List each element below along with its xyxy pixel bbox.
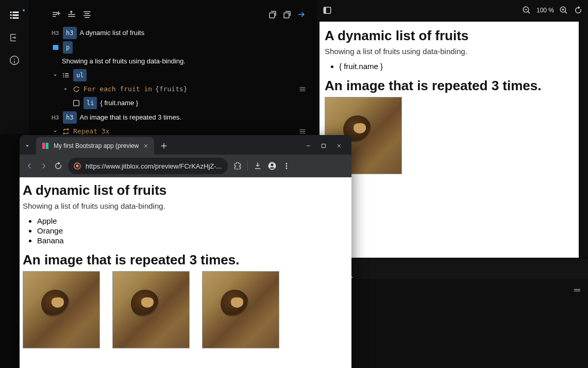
- heading-level-label: H3: [52, 27, 59, 39]
- image-row: [23, 271, 348, 348]
- tag-badge: p: [63, 41, 73, 54]
- active-indicator: [23, 9, 25, 11]
- tree-row-ul[interactable]: ul: [52, 68, 312, 82]
- plus-icon[interactable]: [159, 141, 169, 150]
- zoom-out-icon[interactable]: [522, 6, 531, 15]
- list-item: Orange: [37, 226, 348, 235]
- tree-text: An image that is repeated 3 times.: [80, 112, 181, 123]
- lion-image: [23, 271, 100, 348]
- add-above-icon[interactable]: [67, 10, 76, 19]
- chevron-down-icon[interactable]: [62, 86, 69, 93]
- preview-panel: 100 % A dynamic list of fruits Showing a…: [317, 0, 588, 258]
- address-bar[interactable]: https://www.jitblox.com/preview/FCrKAzHj…: [68, 158, 228, 174]
- repeat-icon: [62, 127, 70, 136]
- loop-collection: {fruits}: [155, 83, 188, 95]
- zoom-in-icon[interactable]: [559, 6, 568, 15]
- svg-rect-14: [42, 143, 45, 149]
- preview-list: { fruit.name }: [325, 62, 574, 71]
- svg-rect-6: [65, 77, 69, 77]
- editor-toolbar-right: [268, 7, 306, 22]
- drag-handle-icon[interactable]: [573, 286, 582, 295]
- tag-badge: h3: [63, 111, 76, 124]
- close-icon[interactable]: [143, 143, 149, 149]
- svg-rect-4: [65, 75, 69, 75]
- svg-point-21: [271, 163, 273, 166]
- profile-icon[interactable]: [267, 161, 277, 171]
- browser-window: My first Bootstrap app (preview https://…: [20, 135, 351, 368]
- maximize-icon[interactable]: [321, 143, 327, 149]
- menu-icon[interactable]: [298, 127, 307, 136]
- page-heading-2: An image that is repeated 3 times.: [23, 252, 348, 268]
- panel-icon[interactable]: [323, 6, 332, 15]
- page-paragraph: Showing a list of fruits using data-bind…: [23, 202, 348, 210]
- list-item: Apple: [37, 216, 348, 225]
- chevron-down-icon[interactable]: [24, 142, 31, 149]
- li-binding-text: { fruit.name }: [100, 97, 138, 109]
- zoom-level: 100 %: [536, 7, 554, 14]
- svg-point-19: [76, 164, 78, 167]
- svg-rect-17: [322, 144, 326, 148]
- checkbox-icon: [72, 99, 80, 107]
- svg-point-24: [286, 168, 288, 169]
- refresh-icon[interactable]: [574, 6, 583, 15]
- window-controls: [305, 143, 347, 149]
- tree-row-p[interactable]: p: [52, 40, 312, 55]
- lion-image: [112, 271, 190, 348]
- reload-icon[interactable]: [54, 161, 63, 171]
- heading-level-label: H3: [52, 112, 59, 123]
- chevron-down-icon[interactable]: [52, 72, 59, 79]
- download-icon[interactable]: [253, 161, 262, 171]
- tree-row-li[interactable]: li { fruit.name }: [52, 96, 312, 110]
- copy-icon[interactable]: [268, 10, 277, 19]
- back-icon[interactable]: [25, 161, 34, 171]
- extensions-icon[interactable]: [233, 161, 242, 171]
- list-ul-icon: [62, 71, 70, 79]
- preview-tab-strip: Preview: [317, 259, 588, 279]
- import-icon[interactable]: [9, 32, 20, 43]
- svg-point-1: [63, 73, 64, 74]
- svg-point-5: [63, 76, 64, 77]
- url-text: https://www.jitblox.com/preview/FCrKAzHj…: [86, 162, 222, 170]
- svg-point-22: [286, 163, 288, 164]
- tree-row-loop[interactable]: For each fruit in {fruits}: [52, 82, 312, 96]
- preview-heading-1: A dynamic list of fruits: [325, 28, 574, 44]
- arrow-right-icon[interactable]: [297, 10, 306, 19]
- menu-icon[interactable]: [298, 85, 307, 93]
- tree-text: Showing a list of fruits using data-bind…: [62, 56, 186, 67]
- svg-rect-16: [307, 146, 310, 146]
- info-icon[interactable]: [9, 55, 20, 66]
- svg-rect-11: [324, 7, 326, 13]
- browser-tab[interactable]: My first Bootstrap app (preview: [36, 137, 154, 155]
- preview-bottom-panel: [317, 279, 588, 368]
- tag-badge: li: [83, 97, 97, 109]
- page-heading-1: A dynamic list of fruits: [23, 182, 348, 198]
- close-icon[interactable]: [336, 143, 342, 149]
- list-icon[interactable]: [9, 9, 20, 21]
- tag-badge: ul: [73, 69, 87, 81]
- tag-badge: h3: [63, 27, 76, 39]
- preview-paragraph: Showing a list of fruits using data-bind…: [325, 47, 574, 56]
- tree-row-p-text[interactable]: Showing a list of fruits using data-bind…: [52, 55, 312, 68]
- element-tree: H3 h3 A dynamic list of fruits p Showing…: [52, 26, 312, 153]
- fruits-list: Apple Orange Banana: [23, 216, 348, 245]
- preview-viewport: A dynamic list of fruits Showing a list …: [320, 22, 579, 258]
- loop-icon: [72, 85, 80, 93]
- chevron-down-icon[interactable]: [52, 128, 59, 135]
- copy-icon-2[interactable]: [282, 10, 292, 19]
- browser-content: A dynamic list of fruits Showing a list …: [20, 177, 351, 368]
- forward-icon[interactable]: [39, 161, 48, 171]
- tree-row-h3-image[interactable]: H3 h3 An image that is repeated 3 times.: [52, 110, 312, 125]
- svg-rect-7: [74, 101, 79, 106]
- minimize-icon[interactable]: [305, 143, 311, 149]
- kebab-menu-icon[interactable]: [282, 161, 291, 171]
- list-item: Banana: [37, 236, 348, 245]
- format-icon[interactable]: [82, 10, 92, 19]
- svg-point-3: [63, 75, 64, 76]
- svg-rect-2: [65, 73, 69, 74]
- tree-row-h3-title[interactable]: H3 h3 A dynamic list of fruits: [52, 26, 312, 40]
- svg-rect-15: [46, 143, 48, 149]
- svg-point-23: [286, 165, 288, 167]
- lion-image: [202, 271, 279, 348]
- site-info-icon[interactable]: [73, 162, 81, 170]
- add-lines-icon[interactable]: [52, 10, 61, 19]
